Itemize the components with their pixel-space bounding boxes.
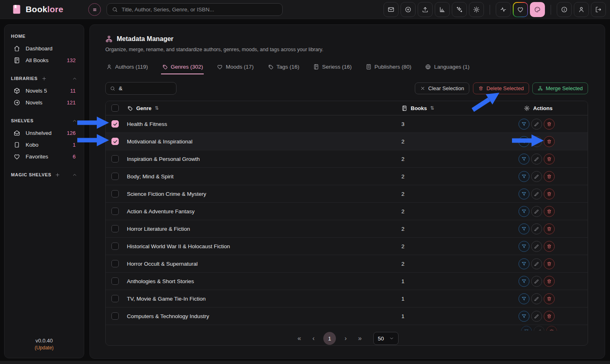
delete-button[interactable] [544, 171, 555, 182]
merge-selected-button[interactable]: Merge Selected [532, 82, 588, 94]
row-checkbox[interactable] [111, 225, 119, 232]
settings-button[interactable] [469, 2, 484, 17]
clear-selection-button[interactable]: Clear Selection [415, 82, 469, 94]
row-checkbox[interactable] [111, 173, 119, 180]
filter-button[interactable] [518, 223, 529, 234]
delete-button[interactable] [544, 119, 555, 130]
edit-button[interactable] [531, 154, 542, 165]
next-page-button[interactable]: › [341, 335, 350, 342]
delete-button[interactable] [546, 326, 557, 331]
edit-button[interactable] [531, 293, 542, 304]
edit-button[interactable] [531, 206, 542, 217]
row-checkbox[interactable] [111, 295, 119, 302]
global-search[interactable] [107, 3, 283, 16]
first-page-button[interactable]: « [295, 335, 304, 342]
delete-button[interactable] [544, 154, 555, 165]
edit-button[interactable] [531, 223, 542, 234]
tab-seriess[interactable]: Seriess (16) [312, 63, 353, 74]
sidebar-item-dashboard[interactable]: Dashboard [11, 43, 77, 54]
delete-button[interactable] [544, 223, 555, 234]
select-all-checkbox[interactable] [111, 104, 119, 112]
edit-button[interactable] [531, 276, 542, 287]
last-page-button[interactable]: » [355, 335, 364, 342]
row-checkbox[interactable] [111, 208, 119, 215]
row-checkbox[interactable] [111, 312, 119, 320]
add-magic-shelf-icon[interactable] [55, 172, 60, 178]
add-library-icon[interactable] [41, 76, 47, 81]
tab-tags[interactable]: Tags (16) [267, 63, 300, 74]
genre-filter-input[interactable] [119, 85, 172, 91]
row-checkbox[interactable] [111, 155, 119, 162]
sidebar-item-unshelved[interactable]: Unshelved 126 [11, 127, 77, 139]
tab-publishers[interactable]: Publishers (80) [365, 63, 412, 74]
chevron-up-icon[interactable] [72, 172, 77, 178]
tab-genres[interactable]: Genres (302) [161, 63, 204, 74]
sidebar-item-kobo[interactable]: Kobo 1 [11, 139, 77, 151]
genre-filter-search[interactable] [105, 82, 176, 95]
row-checkbox[interactable] [111, 260, 119, 267]
row-checkbox[interactable] [111, 277, 119, 285]
filter-button[interactable] [518, 311, 529, 322]
filter-button[interactable] [518, 241, 529, 252]
delete-button[interactable] [544, 258, 555, 269]
account-button[interactable] [574, 2, 589, 17]
row-checkbox[interactable] [111, 190, 119, 197]
sidebar-item-favorites[interactable]: Favorites 6 [11, 151, 77, 162]
filter-button[interactable] [518, 293, 529, 304]
filter-button[interactable] [518, 206, 529, 217]
genre-column-header[interactable]: Genre⇅ [127, 105, 401, 111]
delete-button[interactable] [544, 206, 555, 217]
row-checkbox[interactable] [111, 138, 119, 145]
tab-moods[interactable]: Moods (17) [216, 63, 254, 74]
theme-button[interactable] [530, 2, 545, 17]
favorites-button[interactable] [513, 2, 528, 17]
prev-page-button[interactable]: ‹ [309, 335, 318, 342]
filter-button[interactable] [518, 154, 529, 165]
chevron-up-icon[interactable] [72, 118, 77, 124]
update-link[interactable]: (Update) [4, 345, 84, 351]
page-size-select[interactable]: 50 [373, 332, 399, 345]
filter-button[interactable] [518, 119, 529, 130]
edit-button[interactable] [531, 241, 542, 252]
sidebar-item-all-books[interactable]: All Books 132 [11, 54, 77, 66]
edit-button[interactable] [534, 326, 545, 331]
sidebar-item-novels[interactable]: Novels 121 [11, 97, 77, 108]
edit-button[interactable] [531, 311, 542, 322]
add-button[interactable] [401, 2, 416, 17]
activity-button[interactable] [496, 2, 511, 17]
delete-selected-button[interactable]: Delete Selected [473, 82, 529, 94]
delete-button[interactable] [544, 293, 555, 304]
filter-button[interactable] [518, 276, 529, 287]
row-checkbox[interactable] [111, 243, 119, 250]
info-button[interactable] [557, 2, 572, 17]
delete-button[interactable] [544, 311, 555, 322]
filter-button[interactable] [518, 171, 529, 182]
sparkles-button[interactable] [452, 2, 467, 17]
brand[interactable]: Booklore [11, 4, 63, 15]
stats-button[interactable] [435, 2, 450, 17]
sidebar-item-novels-5[interactable]: Novels 5 11 [11, 85, 77, 97]
filter-button[interactable] [518, 258, 529, 269]
tab-authors[interactable]: Authors (119) [105, 63, 149, 74]
current-page-button[interactable]: 1 [323, 332, 336, 345]
inbox-open-icon [13, 130, 20, 136]
delete-button[interactable] [544, 276, 555, 287]
edit-button[interactable] [531, 258, 542, 269]
logout-button[interactable] [591, 2, 606, 17]
menu-button[interactable] [88, 3, 101, 16]
edit-button[interactable] [531, 119, 542, 130]
delete-button[interactable] [544, 188, 555, 199]
global-search-input[interactable] [122, 6, 277, 13]
books-column-header[interactable]: Books⇅ [401, 105, 518, 111]
filter-button[interactable] [521, 326, 532, 331]
filter-button[interactable] [518, 188, 529, 199]
edit-button[interactable] [531, 171, 542, 182]
chevron-up-icon[interactable] [72, 76, 77, 81]
delete-button[interactable] [544, 241, 555, 252]
delete-button[interactable] [544, 136, 555, 147]
edit-button[interactable] [531, 188, 542, 199]
inbox-button[interactable] [383, 2, 399, 17]
upload-button[interactable] [418, 2, 433, 17]
row-checkbox[interactable] [111, 120, 119, 128]
tab-languages[interactable]: Languages (1) [424, 63, 470, 74]
